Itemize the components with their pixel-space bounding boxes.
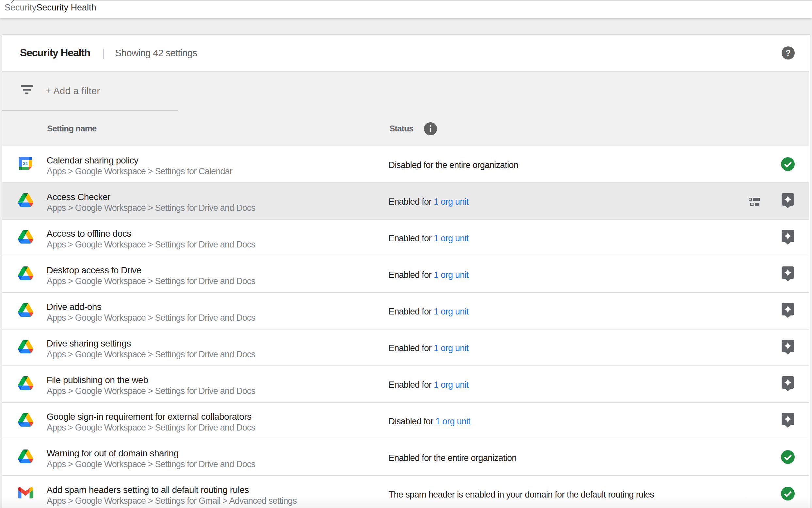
svg-text:31: 31	[23, 161, 28, 166]
svg-text:?: ?	[785, 48, 791, 58]
